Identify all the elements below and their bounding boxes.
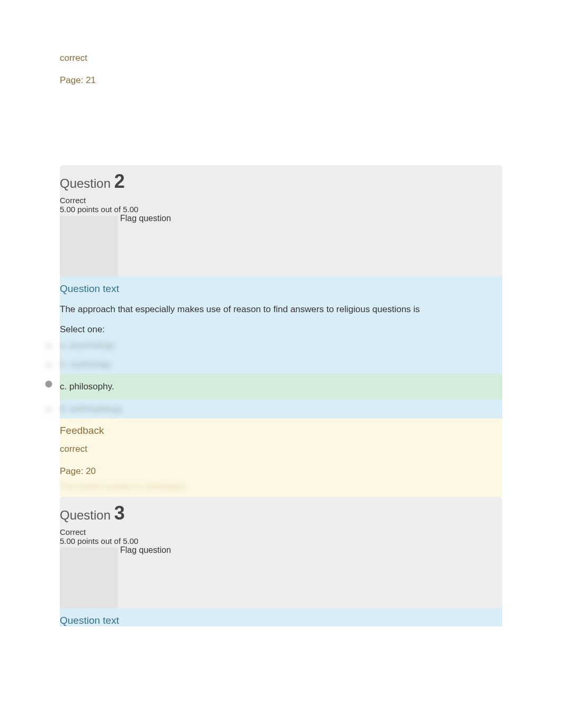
feedback-heading: Feedback [60,425,502,436]
question-2-header: Question 2 Correct 5.00 points out of 5.… [60,165,502,277]
answer-option-d[interactable]: d. anthropology. [60,399,502,418]
question-2-block: Question 2 Correct 5.00 points out of 5.… [60,165,502,497]
question-2-title: Question 2 [60,170,502,193]
select-one-label: Select one: [60,324,502,335]
question-number: 2 [114,170,125,192]
flag-placeholder [60,216,118,277]
question-text-heading: Question text [60,615,502,626]
question-2-prompt: The approach that especially makes use o… [60,304,502,315]
question-3-status: Correct [60,527,502,536]
question-prefix: Question [60,176,114,190]
radio-icon [45,342,52,350]
question-3-title: Question 3 [60,502,502,524]
feedback-page-ref: Page: 20 [60,466,502,477]
radio-icon [45,406,52,413]
question-2-feedback: Feedback correct Page: 20 The correct an… [60,418,502,497]
question-3-block: Question 3 Correct 5.00 points out of 5.… [60,497,502,626]
question-2-points: 5.00 points out of 5.00 [60,205,502,214]
radio-icon [45,361,52,369]
answer-option-b[interactable]: b. mythology. [60,355,502,374]
question-2-status: Correct [60,196,502,205]
question-3-points: 5.00 points out of 5.00 [60,536,502,545]
feedback-page-ref: Page: 21 [60,75,502,86]
question-3-header: Question 3 Correct 5.00 points out of 5.… [60,497,502,608]
correct-answer-text: The correct answer is: philosophy. [60,482,502,492]
answer-option-a[interactable]: a. psychology. [60,336,502,355]
question-3-text-section: Question text [60,608,502,626]
option-b-text: b. mythology. [60,359,113,369]
feedback-top-section: correct Page: 21 [60,53,502,165]
flag-placeholder [60,548,118,608]
flag-question-link[interactable]: Flag question [118,545,171,555]
radio-icon [45,380,52,388]
feedback-correct-text: correct [60,53,502,63]
question-number: 3 [114,502,125,524]
option-c-text: c. philosophy. [60,381,114,392]
answer-option-c[interactable]: c. philosophy. [60,374,502,399]
question-text-heading: Question text [60,283,502,295]
flag-question-link[interactable]: Flag question [118,214,171,223]
feedback-correct-text: correct [60,444,502,454]
question-prefix: Question [60,508,114,522]
option-d-text: d. anthropology. [60,404,124,414]
question-2-text-section: Question text The approach that especial… [60,277,502,418]
option-a-text: a. psychology. [60,340,116,350]
